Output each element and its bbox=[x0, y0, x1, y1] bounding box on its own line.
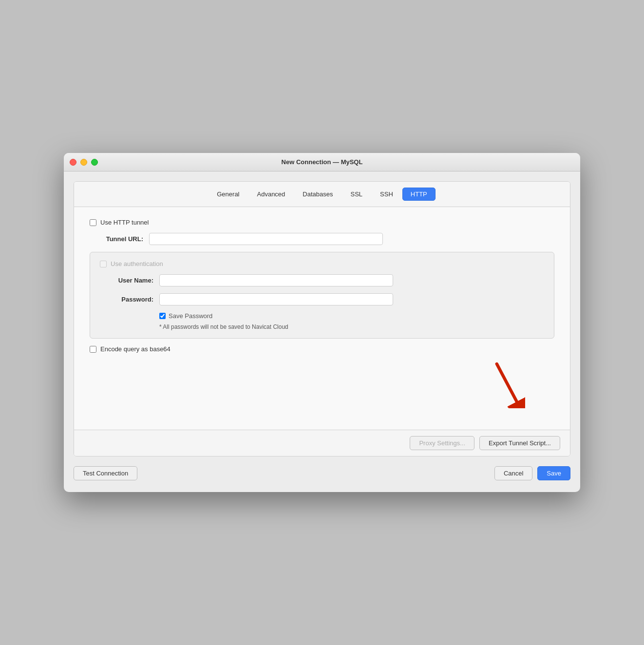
window-title: New Connection — MySQL bbox=[282, 158, 363, 166]
cancel-button[interactable]: Cancel bbox=[494, 466, 532, 480]
encode-query-checkbox[interactable] bbox=[90, 346, 96, 353]
tab-http[interactable]: HTTP bbox=[402, 188, 436, 201]
use-auth-checkbox[interactable] bbox=[100, 261, 107, 267]
tunnel-url-row: Tunnel URL: bbox=[90, 233, 554, 245]
export-tunnel-button[interactable]: Export Tunnel Script... bbox=[479, 436, 560, 450]
tab-bar: General Advanced Databases SSL SSH HTTP bbox=[74, 182, 570, 207]
footer: Test Connection Cancel Save bbox=[74, 464, 570, 482]
window: New Connection — MySQL General Advanced … bbox=[64, 153, 580, 492]
tab-databases[interactable]: Databases bbox=[294, 188, 341, 201]
password-row: Password: bbox=[100, 293, 544, 305]
tab-general[interactable]: General bbox=[208, 188, 247, 201]
traffic-lights bbox=[70, 159, 98, 166]
tunnel-url-input[interactable] bbox=[149, 233, 383, 245]
save-button[interactable]: Save bbox=[537, 466, 570, 480]
save-password-checkbox[interactable] bbox=[159, 313, 166, 319]
test-connection-button[interactable]: Test Connection bbox=[74, 466, 137, 480]
window-content: General Advanced Databases SSL SSH HTTP … bbox=[64, 171, 580, 492]
cloud-note: * All passwords will not be saved to Nav… bbox=[159, 323, 544, 330]
tab-advanced[interactable]: Advanced bbox=[249, 188, 294, 201]
use-auth-label[interactable]: Use authentication bbox=[111, 260, 163, 267]
proxy-settings-button[interactable]: Proxy Settings... bbox=[410, 436, 474, 450]
footer-right: Cancel Save bbox=[494, 466, 570, 480]
title-bar: New Connection — MySQL bbox=[64, 153, 580, 171]
panel-bottom-buttons: Proxy Settings... Export Tunnel Script..… bbox=[74, 430, 570, 456]
svg-line-1 bbox=[497, 364, 517, 401]
password-input[interactable] bbox=[159, 293, 393, 305]
tunnel-url-label: Tunnel URL: bbox=[90, 235, 143, 243]
panel-content: Use HTTP tunnel Tunnel URL: Use authenti… bbox=[74, 207, 570, 430]
arrow-area bbox=[90, 360, 554, 418]
maximize-button[interactable] bbox=[91, 159, 98, 166]
save-password-row: Save Password bbox=[159, 312, 544, 320]
close-button[interactable] bbox=[70, 159, 76, 166]
auth-section: Use authentication User Name: Password: bbox=[90, 252, 554, 339]
use-http-tunnel-checkbox[interactable] bbox=[90, 219, 96, 226]
main-panel: General Advanced Databases SSL SSH HTTP … bbox=[74, 181, 570, 456]
username-row: User Name: bbox=[100, 274, 544, 286]
minimize-button[interactable] bbox=[80, 159, 87, 166]
footer-left: Test Connection bbox=[74, 466, 137, 480]
use-http-tunnel-label[interactable]: Use HTTP tunnel bbox=[100, 219, 149, 226]
use-http-tunnel-row: Use HTTP tunnel bbox=[90, 219, 554, 226]
encode-query-row: Encode query as base64 bbox=[90, 345, 554, 353]
use-auth-row: Use authentication bbox=[100, 260, 544, 267]
red-arrow-icon bbox=[486, 360, 525, 408]
username-label: User Name: bbox=[100, 277, 153, 284]
tab-ssh[interactable]: SSH bbox=[372, 188, 401, 201]
username-input[interactable] bbox=[159, 274, 393, 286]
tab-ssl[interactable]: SSL bbox=[342, 188, 371, 201]
save-password-label[interactable]: Save Password bbox=[169, 312, 212, 320]
encode-query-label[interactable]: Encode query as base64 bbox=[100, 345, 170, 353]
password-label: Password: bbox=[100, 296, 153, 303]
